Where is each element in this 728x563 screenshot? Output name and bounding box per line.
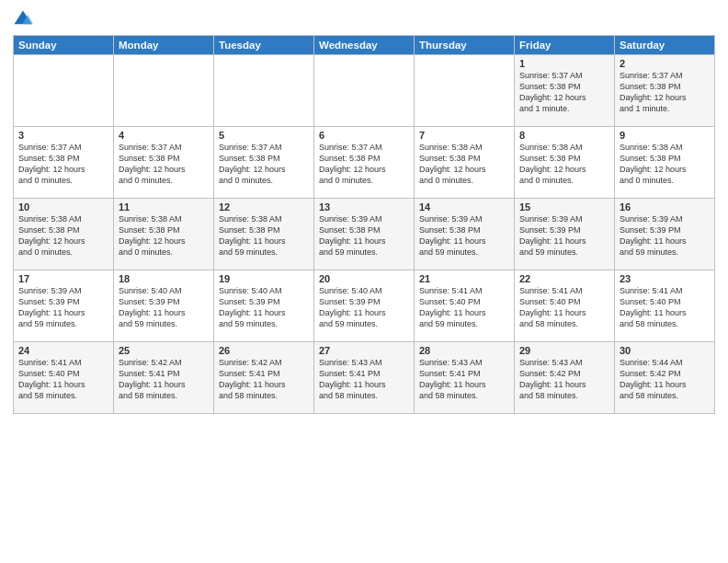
calendar-cell: 12Sunrise: 5:38 AM Sunset: 5:38 PM Dayli…: [214, 199, 314, 270]
day-number: 19: [219, 273, 309, 284]
day-number: 4: [119, 130, 209, 141]
day-info: Sunrise: 5:40 AM Sunset: 5:39 PM Dayligh…: [119, 285, 209, 330]
calendar-cell: 17Sunrise: 5:39 AM Sunset: 5:39 PM Dayli…: [14, 270, 114, 342]
day-info: Sunrise: 5:42 AM Sunset: 5:41 PM Dayligh…: [119, 357, 209, 402]
day-number: 14: [419, 201, 509, 213]
weekday-header-tuesday: Tuesday: [214, 36, 314, 55]
day-number: 23: [620, 273, 710, 284]
day-number: 12: [219, 201, 309, 213]
page: SundayMondayTuesdayWednesdayThursdayFrid…: [0, 0, 728, 423]
day-info: Sunrise: 5:37 AM Sunset: 5:38 PM Dayligh…: [18, 142, 108, 187]
day-number: 22: [519, 273, 609, 284]
day-info: Sunrise: 5:43 AM Sunset: 5:42 PM Dayligh…: [519, 357, 609, 402]
day-number: 11: [119, 201, 209, 213]
day-info: Sunrise: 5:38 AM Sunset: 5:38 PM Dayligh…: [620, 142, 710, 187]
calendar-cell: 15Sunrise: 5:39 AM Sunset: 5:39 PM Dayli…: [515, 199, 615, 270]
day-info: Sunrise: 5:38 AM Sunset: 5:38 PM Dayligh…: [18, 213, 108, 259]
day-info: Sunrise: 5:41 AM Sunset: 5:40 PM Dayligh…: [620, 285, 710, 330]
weekday-header-wednesday: Wednesday: [314, 36, 415, 55]
day-number: 27: [319, 345, 409, 356]
day-info: Sunrise: 5:37 AM Sunset: 5:38 PM Dayligh…: [119, 142, 209, 187]
day-number: 29: [519, 345, 609, 356]
calendar-cell: [314, 55, 415, 127]
calendar-cell: 2Sunrise: 5:37 AM Sunset: 5:38 PM Daylig…: [615, 55, 715, 127]
day-info: Sunrise: 5:43 AM Sunset: 5:41 PM Dayligh…: [419, 357, 509, 402]
calendar-cell: 1Sunrise: 5:37 AM Sunset: 5:38 PM Daylig…: [515, 55, 615, 127]
calendar-cell: 30Sunrise: 5:44 AM Sunset: 5:42 PM Dayli…: [615, 342, 715, 414]
day-info: Sunrise: 5:39 AM Sunset: 5:38 PM Dayligh…: [419, 213, 509, 259]
day-info: Sunrise: 5:37 AM Sunset: 5:38 PM Dayligh…: [319, 142, 409, 187]
header: [13, 9, 715, 29]
day-info: Sunrise: 5:39 AM Sunset: 5:38 PM Dayligh…: [319, 213, 409, 259]
day-number: 15: [519, 201, 609, 213]
calendar-cell: 10Sunrise: 5:38 AM Sunset: 5:38 PM Dayli…: [14, 199, 114, 270]
calendar-cell: 3Sunrise: 5:37 AM Sunset: 5:38 PM Daylig…: [14, 127, 114, 199]
day-info: Sunrise: 5:39 AM Sunset: 5:39 PM Dayligh…: [519, 213, 609, 259]
week-row-5: 24Sunrise: 5:41 AM Sunset: 5:40 PM Dayli…: [14, 342, 715, 414]
day-number: 24: [18, 345, 108, 356]
calendar-cell: 26Sunrise: 5:42 AM Sunset: 5:41 PM Dayli…: [214, 342, 314, 414]
week-row-3: 10Sunrise: 5:38 AM Sunset: 5:38 PM Dayli…: [14, 199, 715, 270]
calendar-cell: 29Sunrise: 5:43 AM Sunset: 5:42 PM Dayli…: [515, 342, 615, 414]
day-info: Sunrise: 5:40 AM Sunset: 5:39 PM Dayligh…: [319, 285, 409, 330]
day-info: Sunrise: 5:40 AM Sunset: 5:39 PM Dayligh…: [219, 285, 309, 330]
day-number: 20: [319, 273, 409, 284]
day-number: 9: [620, 130, 710, 141]
weekday-header-saturday: Saturday: [615, 36, 715, 55]
calendar-cell: 9Sunrise: 5:38 AM Sunset: 5:38 PM Daylig…: [615, 127, 715, 199]
calendar-cell: [14, 55, 114, 127]
calendar-cell: 19Sunrise: 5:40 AM Sunset: 5:39 PM Dayli…: [214, 270, 314, 342]
logo: [13, 9, 37, 29]
weekday-header-monday: Monday: [114, 36, 214, 55]
calendar-cell: 18Sunrise: 5:40 AM Sunset: 5:39 PM Dayli…: [114, 270, 214, 342]
calendar-cell: 21Sunrise: 5:41 AM Sunset: 5:40 PM Dayli…: [415, 270, 515, 342]
calendar-cell: 5Sunrise: 5:37 AM Sunset: 5:38 PM Daylig…: [214, 127, 314, 199]
day-number: 26: [219, 345, 309, 356]
day-info: Sunrise: 5:41 AM Sunset: 5:40 PM Dayligh…: [18, 357, 108, 402]
day-info: Sunrise: 5:37 AM Sunset: 5:38 PM Dayligh…: [519, 70, 609, 115]
day-number: 6: [319, 130, 409, 141]
day-number: 3: [18, 130, 108, 141]
day-number: 28: [419, 345, 509, 356]
day-number: 1: [519, 58, 609, 69]
weekday-header-sunday: Sunday: [14, 36, 114, 55]
week-row-1: 1Sunrise: 5:37 AM Sunset: 5:38 PM Daylig…: [14, 55, 715, 127]
day-number: 25: [119, 345, 209, 356]
weekday-header-thursday: Thursday: [415, 36, 515, 55]
calendar-cell: 24Sunrise: 5:41 AM Sunset: 5:40 PM Dayli…: [14, 342, 114, 414]
calendar-cell: 22Sunrise: 5:41 AM Sunset: 5:40 PM Dayli…: [515, 270, 615, 342]
calendar-cell: [114, 55, 214, 127]
day-number: 17: [18, 273, 108, 284]
day-info: Sunrise: 5:38 AM Sunset: 5:38 PM Dayligh…: [419, 142, 509, 187]
calendar-cell: 7Sunrise: 5:38 AM Sunset: 5:38 PM Daylig…: [415, 127, 515, 199]
day-number: 5: [219, 130, 309, 141]
calendar-cell: 4Sunrise: 5:37 AM Sunset: 5:38 PM Daylig…: [114, 127, 214, 199]
calendar-cell: 11Sunrise: 5:38 AM Sunset: 5:38 PM Dayli…: [114, 199, 214, 270]
week-row-4: 17Sunrise: 5:39 AM Sunset: 5:39 PM Dayli…: [14, 270, 715, 342]
day-number: 16: [620, 201, 710, 213]
calendar-cell: 23Sunrise: 5:41 AM Sunset: 5:40 PM Dayli…: [615, 270, 715, 342]
day-info: Sunrise: 5:37 AM Sunset: 5:38 PM Dayligh…: [620, 70, 710, 115]
weekday-header-row: SundayMondayTuesdayWednesdayThursdayFrid…: [14, 36, 715, 55]
day-number: 13: [319, 201, 409, 213]
calendar-cell: [415, 55, 515, 127]
calendar-cell: 20Sunrise: 5:40 AM Sunset: 5:39 PM Dayli…: [314, 270, 415, 342]
day-info: Sunrise: 5:42 AM Sunset: 5:41 PM Dayligh…: [219, 357, 309, 402]
weekday-header-friday: Friday: [515, 36, 615, 55]
day-number: 18: [119, 273, 209, 284]
day-info: Sunrise: 5:39 AM Sunset: 5:39 PM Dayligh…: [620, 213, 710, 259]
calendar: SundayMondayTuesdayWednesdayThursdayFrid…: [13, 35, 715, 414]
day-info: Sunrise: 5:43 AM Sunset: 5:41 PM Dayligh…: [319, 357, 409, 402]
day-info: Sunrise: 5:37 AM Sunset: 5:38 PM Dayligh…: [219, 142, 309, 187]
day-info: Sunrise: 5:38 AM Sunset: 5:38 PM Dayligh…: [519, 142, 609, 187]
day-info: Sunrise: 5:38 AM Sunset: 5:38 PM Dayligh…: [219, 213, 309, 259]
calendar-cell: 28Sunrise: 5:43 AM Sunset: 5:41 PM Dayli…: [415, 342, 515, 414]
calendar-cell: 13Sunrise: 5:39 AM Sunset: 5:38 PM Dayli…: [314, 199, 415, 270]
day-info: Sunrise: 5:38 AM Sunset: 5:38 PM Dayligh…: [119, 213, 209, 259]
calendar-cell: 8Sunrise: 5:38 AM Sunset: 5:38 PM Daylig…: [515, 127, 615, 199]
day-info: Sunrise: 5:44 AM Sunset: 5:42 PM Dayligh…: [620, 357, 710, 402]
day-number: 30: [620, 345, 710, 356]
day-number: 7: [419, 130, 509, 141]
day-number: 8: [519, 130, 609, 141]
day-info: Sunrise: 5:39 AM Sunset: 5:39 PM Dayligh…: [18, 285, 108, 330]
